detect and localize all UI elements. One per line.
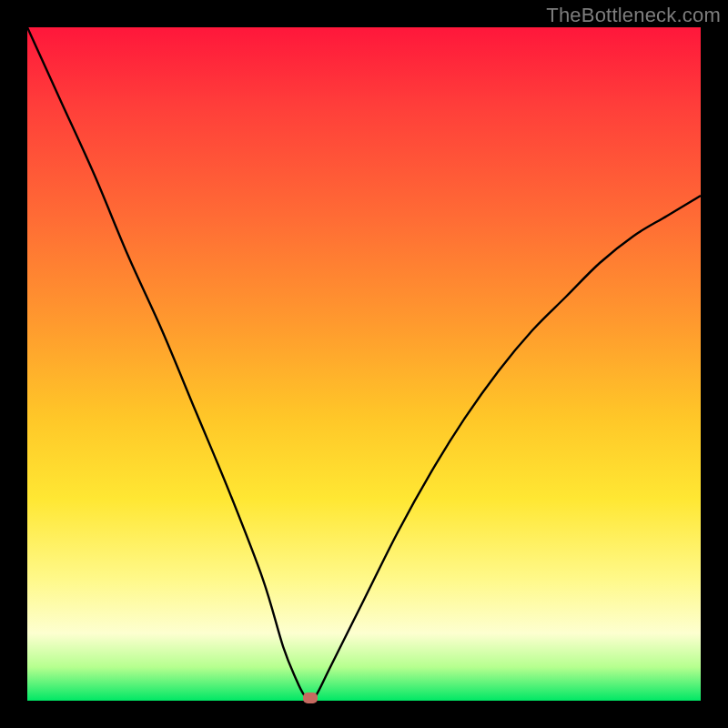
chart-frame: TheBottleneck.com — [0, 0, 728, 728]
watermark-text: TheBottleneck.com — [546, 4, 721, 27]
bottleneck-curve — [27, 27, 701, 701]
plot-area — [27, 27, 701, 701]
curve-path — [27, 27, 701, 701]
optimum-marker — [303, 693, 318, 703]
